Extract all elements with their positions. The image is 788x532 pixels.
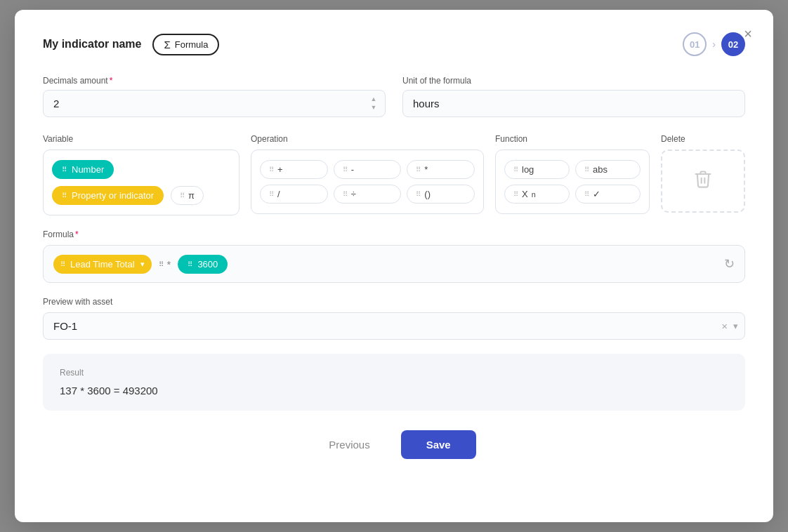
decimals-input[interactable]	[43, 90, 386, 117]
chip-property-dots: ⠿	[62, 192, 67, 199]
delete-box[interactable]	[661, 149, 745, 213]
chip-property[interactable]: ⠿ Property or indicator	[52, 186, 164, 205]
formula-op-dots: ⠿	[159, 260, 164, 268]
chip-pi-dots: ⠿	[180, 192, 185, 199]
modal-header: My indicator name Σ Formula 01 › 02	[43, 32, 745, 56]
chip-number-dots: ⠿	[62, 166, 67, 173]
variable-box: ⠿ Number ⠿ Property or indicator ⠿ π	[43, 149, 239, 215]
spinner-down[interactable]: ▼	[369, 105, 379, 112]
operation-box: ⠿ + ⠿ - ⠿ * ⠿ / ⠿ ÷ ⠿ ()	[251, 149, 484, 214]
variable-column: Variable ⠿ Number ⠿ Property or indicato…	[43, 134, 239, 215]
preview-select-wrapper: FO-1 × ▾	[43, 312, 745, 340]
chip-pi-label: π	[188, 190, 195, 201]
unit-group: Unit of the formula	[402, 76, 745, 117]
formula-refresh-button[interactable]: ↻	[724, 256, 735, 272]
formula-yellow-label: Lead Time Total	[70, 259, 135, 270]
formula-chip-lead-time[interactable]: ⠿ Lead Time Total ▾	[53, 255, 152, 274]
op-divide-slash[interactable]: ⠿ /	[260, 185, 328, 204]
delete-label: Delete	[661, 134, 745, 144]
result-value: 137 * 3600 = 493200	[60, 385, 728, 397]
unit-label: Unit of the formula	[402, 76, 745, 86]
chip-pi[interactable]: ⠿ π	[171, 186, 204, 205]
unit-input[interactable]	[402, 90, 745, 117]
spinner-up[interactable]: ▲	[369, 96, 379, 103]
function-column: Function ⠿ log ⠿ abs ⠿ Xn ⠿ ✓	[495, 134, 650, 215]
modal-footer: Previous Save	[43, 430, 745, 459]
close-button[interactable]: ×	[737, 22, 759, 45]
formula-bar: ⠿ Lead Time Total ▾ ⠿ * ⠿ 3600 ↻	[43, 245, 745, 283]
decimals-input-wrapper: ▲ ▼	[43, 90, 386, 117]
sigma-icon: Σ	[164, 39, 170, 51]
header-left: My indicator name Σ Formula	[43, 34, 219, 55]
chip-property-label: Property or indicator	[72, 190, 154, 201]
formula-label: Formula*	[43, 230, 745, 239]
preview-section: Preview with asset FO-1 × ▾	[43, 297, 745, 340]
fn-xn[interactable]: ⠿ Xn	[504, 185, 570, 204]
step-1: 01	[683, 32, 707, 56]
steps: 01 › 02	[683, 32, 745, 56]
op-multiply[interactable]: ⠿ *	[407, 160, 475, 179]
operation-column: Operation ⠿ + ⠿ - ⠿ * ⠿ / ⠿ ÷ ⠿ ()	[251, 134, 484, 215]
op-parens[interactable]: ⠿ ()	[407, 185, 475, 204]
number-spinner[interactable]: ▲ ▼	[369, 96, 379, 112]
variable-label: Variable	[43, 134, 239, 144]
delete-column: Delete	[661, 134, 745, 215]
modal-overlay: × My indicator name Σ Formula 01 › 02 De…	[0, 0, 788, 532]
formula-op: ⠿ *	[159, 258, 171, 270]
indicator-name: My indicator name	[43, 38, 141, 51]
formula-badge: Σ Formula	[152, 34, 219, 55]
decimals-group: Decimals amount* ▲ ▼	[43, 76, 386, 117]
function-box: ⠿ log ⠿ abs ⠿ Xn ⠿ ✓	[495, 149, 650, 214]
modal: × My indicator name Σ Formula 01 › 02 De…	[15, 10, 773, 522]
operation-label: Operation	[251, 134, 484, 144]
result-box: Result 137 * 3600 = 493200	[43, 354, 745, 411]
formula-badge-label: Formula	[175, 39, 209, 50]
formula-section: Formula* ⠿ Lead Time Total ▾ ⠿ * ⠿ 3600 …	[43, 230, 745, 283]
result-label: Result	[60, 368, 728, 378]
vof-section: Variable ⠿ Number ⠿ Property or indicato…	[43, 134, 745, 215]
save-button[interactable]: Save	[401, 430, 476, 459]
op-plus[interactable]: ⠿ +	[260, 160, 328, 179]
formula-op-label: *	[167, 258, 171, 270]
fn-log[interactable]: ⠿ log	[504, 160, 570, 179]
preview-asset-select[interactable]: FO-1	[43, 312, 745, 340]
op-minus[interactable]: ⠿ -	[334, 160, 402, 179]
trash-icon	[693, 169, 713, 193]
formula-yellow-dots: ⠿	[60, 260, 66, 268]
fn-sqrt[interactable]: ⠿ ✓	[575, 185, 641, 204]
chip-number[interactable]: ⠿ Number	[52, 160, 114, 179]
formula-yellow-chevron: ▾	[140, 260, 145, 269]
fn-abs[interactable]: ⠿ abs	[575, 160, 641, 179]
formula-teal-label: 3600	[197, 259, 218, 270]
preview-clear-icon[interactable]: ×	[721, 320, 728, 332]
previous-button[interactable]: Previous	[312, 430, 386, 459]
form-top-row: Decimals amount* ▲ ▼ Unit of the formula	[43, 76, 745, 117]
step-arrow: ›	[712, 39, 716, 50]
function-label: Function	[495, 134, 650, 144]
formula-teal-dots: ⠿	[188, 260, 193, 268]
preview-label: Preview with asset	[43, 297, 745, 307]
decimals-label: Decimals amount*	[43, 76, 386, 86]
chip-number-label: Number	[72, 164, 104, 175]
op-divide[interactable]: ⠿ ÷	[334, 185, 402, 204]
formula-chip-number: ⠿ 3600	[178, 255, 228, 274]
